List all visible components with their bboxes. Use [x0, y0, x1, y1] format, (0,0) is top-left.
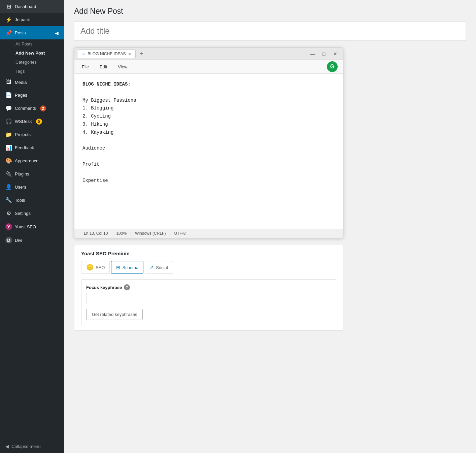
- get-related-keyphrases-button[interactable]: Get related keyphrases: [86, 309, 143, 320]
- yoast-tab-social[interactable]: ↗ Social: [145, 261, 173, 274]
- divi-icon: D: [5, 237, 12, 244]
- main-content: Add New Post ≡ BLOG NICHE IDEAS + — □ ✕ …: [64, 0, 476, 453]
- dashboard-icon: ⊞: [5, 3, 12, 10]
- posts-arrow-icon: ◀: [55, 30, 59, 36]
- notepad-editor[interactable]: BLOG NICHE IDEAS: My Biggest Passions 1.…: [74, 74, 343, 229]
- sidebar-item-media[interactable]: 🖼 Media: [0, 76, 64, 89]
- sidebar-item-label: Pages: [15, 93, 27, 98]
- yoast-title: Yoast SEO Premium: [81, 251, 336, 256]
- sidebar-item-label: Appearance: [15, 158, 38, 163]
- sidebar-item-label: Projects: [15, 132, 31, 137]
- post-title-input[interactable]: [74, 21, 466, 41]
- notepad-menu-view[interactable]: View: [116, 64, 129, 70]
- yoast-seo-box: Yoast SEO Premium 😞 SEO ⊞ Schema ↗ Socia…: [74, 245, 343, 331]
- status-encoding: UTF-8: [170, 230, 190, 236]
- notepad-file-icon: ≡: [82, 51, 85, 57]
- sidebar-item-dashboard[interactable]: ⊞ Dashboard: [0, 0, 64, 13]
- sidebar-item-plugins[interactable]: 🔌 Plugins: [0, 167, 64, 181]
- tools-icon: 🔧: [5, 197, 12, 203]
- notepad-tab[interactable]: ≡ BLOG NICHE IDEAS: [77, 50, 136, 58]
- sidebar-item-jetpack[interactable]: ⚡ Jetpack: [0, 13, 64, 26]
- notepad-window: ≡ BLOG NICHE IDEAS + — □ ✕ File Edit Vie…: [74, 47, 343, 238]
- media-icon: 🖼: [5, 79, 12, 85]
- page-title: Add New Post: [74, 7, 466, 16]
- sidebar-item-label: WSDesk: [15, 119, 32, 124]
- users-icon: 👤: [5, 184, 12, 190]
- yoast-tab-seo-label: SEO: [96, 265, 105, 270]
- sidebar-sub-categories[interactable]: Categories: [12, 58, 64, 67]
- comments-icon: 💬: [5, 105, 12, 111]
- sidebar-item-label: Media: [15, 80, 27, 85]
- sidebar-sub-add-new-post[interactable]: Add New Post: [12, 48, 64, 58]
- wsdesk-icon: 🎧: [5, 118, 12, 125]
- sidebar-item-feedback[interactable]: 📊 Feedback: [0, 141, 64, 154]
- sidebar-item-wsdesk[interactable]: 🎧 WSDesk 0: [0, 115, 64, 128]
- yoast-icon: Y: [5, 223, 12, 230]
- comments-badge: 2: [40, 105, 46, 111]
- sidebar-item-label: Feedback: [15, 145, 34, 150]
- posts-icon: 📌: [5, 30, 12, 36]
- notepad-titlebar: ≡ BLOG NICHE IDEAS + — □ ✕: [74, 48, 343, 60]
- sidebar-sub-tags[interactable]: Tags: [12, 67, 64, 76]
- notepad-close-button[interactable]: ✕: [330, 50, 340, 58]
- plugins-icon: 🔌: [5, 171, 12, 177]
- sidebar-item-users[interactable]: 👤 Users: [0, 181, 64, 194]
- grammarly-badge[interactable]: G: [327, 61, 338, 72]
- pages-icon: 📄: [5, 92, 12, 98]
- sidebar-item-label: Plugins: [15, 171, 29, 176]
- sidebar-item-settings[interactable]: ⚙ Settings: [0, 207, 64, 220]
- status-line-ending: Windows (CRLF): [131, 230, 170, 236]
- seo-emoji-icon: 😞: [86, 264, 94, 271]
- notepad-minimize-button[interactable]: —: [307, 50, 317, 58]
- yoast-tab-social-label: Social: [156, 265, 168, 270]
- collapse-menu[interactable]: ◀ Collapse menu: [0, 440, 64, 453]
- sidebar-item-label: Posts: [15, 30, 26, 35]
- yoast-tabs: 😞 SEO ⊞ Schema ↗ Social: [81, 261, 336, 274]
- sidebar-item-pages[interactable]: 📄 Pages: [0, 89, 64, 102]
- focus-keyphrase-input[interactable]: [86, 293, 331, 304]
- sidebar-item-comments[interactable]: 💬 Comments 2: [0, 102, 64, 115]
- projects-icon: 📁: [5, 131, 12, 138]
- schema-grid-icon: ⊞: [116, 265, 120, 270]
- notepad-menu-file[interactable]: File: [80, 64, 91, 70]
- sidebar-item-posts[interactable]: 📌 Posts ◀: [0, 26, 64, 39]
- sidebar-item-label: Users: [15, 185, 26, 190]
- notepad-new-tab-button[interactable]: +: [137, 50, 146, 57]
- sidebar-item-appearance[interactable]: 🎨 Appearance: [0, 154, 64, 167]
- focus-keyphrase-help-icon[interactable]: ?: [124, 284, 130, 290]
- appearance-icon: 🎨: [5, 158, 12, 164]
- posts-submenu: All Posts Add New Post Categories Tags: [0, 39, 64, 76]
- status-zoom: 100%: [112, 230, 131, 236]
- yoast-tab-schema[interactable]: ⊞ Schema: [111, 261, 143, 274]
- sidebar-item-label: Settings: [15, 211, 31, 216]
- notepad-menubar: File Edit View G: [74, 60, 343, 74]
- yoast-tab-seo[interactable]: 😞 SEO: [81, 261, 110, 274]
- jetpack-icon: ⚡: [5, 17, 12, 23]
- sidebar-item-label: Divi: [15, 238, 22, 243]
- sidebar-item-label: Yoast SEO: [15, 224, 36, 229]
- collapse-label: Collapse menu: [11, 444, 41, 449]
- social-share-icon: ↗: [150, 265, 154, 270]
- sidebar-item-tools[interactable]: 🔧 Tools: [0, 194, 64, 207]
- sidebar-sub-all-posts[interactable]: All Posts: [12, 39, 64, 48]
- notepad-statusbar: Ln 13, Col 10 100% Windows (CRLF) UTF-8: [74, 229, 343, 238]
- status-position: Ln 13, Col 10: [80, 230, 112, 236]
- sidebar-item-label: Dashboard: [15, 4, 36, 9]
- notepad-unsaved-dot: [129, 53, 131, 55]
- sidebar-item-divi[interactable]: D Divi: [0, 233, 64, 247]
- notepad-menu-edit[interactable]: Edit: [98, 64, 109, 70]
- feedback-icon: 📊: [5, 144, 12, 151]
- wsdesk-badge: 0: [36, 119, 42, 125]
- sidebar-item-projects[interactable]: 📁 Projects: [0, 128, 64, 141]
- sidebar-item-label: Jetpack: [15, 17, 30, 22]
- yoast-tab-content: Focus keyphrase ? Get related keyphrases: [81, 279, 336, 325]
- focus-keyphrase-label: Focus keyphrase ?: [86, 284, 331, 290]
- content-heading: BLOG NICHE IDEAS:: [82, 82, 131, 87]
- settings-icon: ⚙: [5, 210, 12, 217]
- sidebar-item-yoast-seo[interactable]: Y Yoast SEO: [0, 220, 64, 233]
- sidebar-item-label: Comments: [15, 106, 36, 111]
- notepad-maximize-button[interactable]: □: [319, 50, 329, 58]
- notepad-tab-title: BLOG NICHE IDEAS: [88, 52, 126, 56]
- sidebar: ⊞ Dashboard ⚡ Jetpack 📌 Posts ◀ All Post…: [0, 0, 64, 453]
- sidebar-item-label: Tools: [15, 198, 25, 203]
